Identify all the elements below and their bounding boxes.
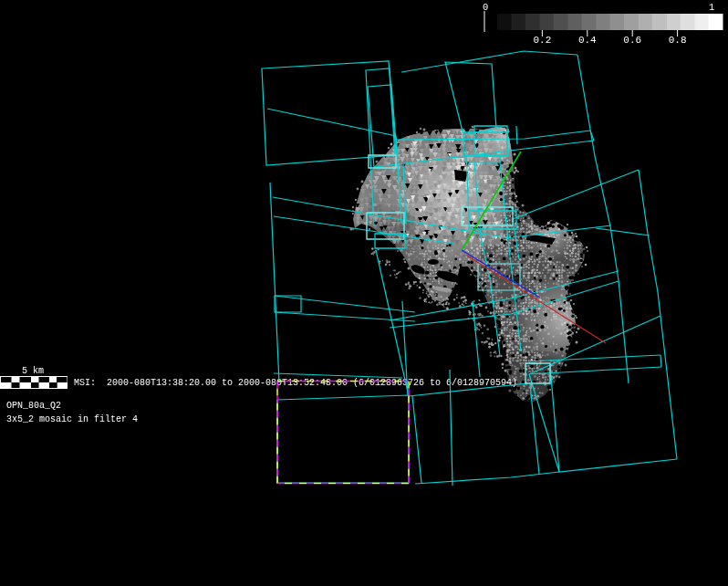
svg-text:0.4: 0.4	[578, 35, 597, 46]
svg-text:MSI: 2000-080T13:38:20.00 to: MSI: 2000-080T13:38:20.00 to 2000-080T13…	[74, 378, 517, 388]
svg-text:0: 0	[483, 2, 488, 13]
svg-text:1: 1	[709, 2, 714, 13]
svg-text:0.8: 0.8	[669, 35, 687, 46]
svg-text:0.6: 0.6	[623, 35, 641, 46]
svg-text:0.2: 0.2	[533, 35, 551, 46]
svg-text:3x5_2 mosaic in filter 4: 3x5_2 mosaic in filter 4	[6, 414, 138, 424]
svg-text:5 km: 5 km	[22, 366, 44, 376]
svg-text:OPN_80a_Q2: OPN_80a_Q2	[6, 401, 61, 411]
